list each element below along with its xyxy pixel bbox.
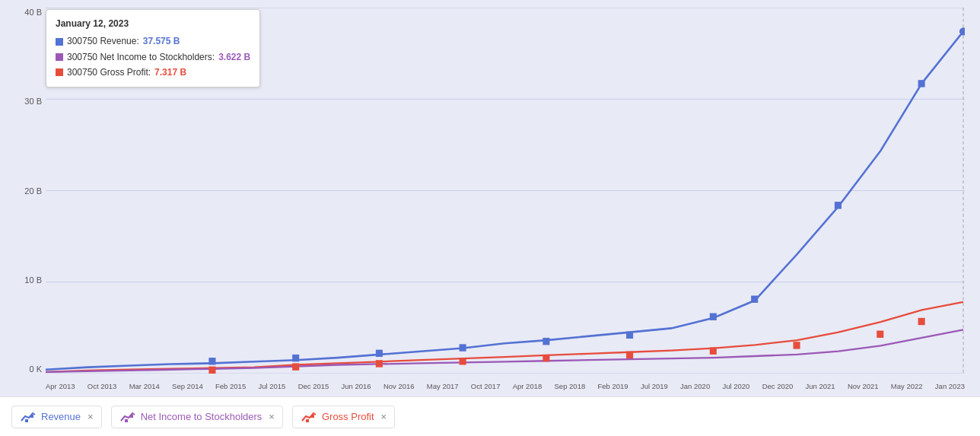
legend-item-revenue[interactable]: Revenue ×	[11, 406, 102, 428]
x-label-0: Apr 2013	[46, 382, 75, 390]
tooltip-revenue-icon	[56, 38, 63, 46]
legend-net-income-close[interactable]: ×	[269, 411, 275, 422]
svg-rect-11	[130, 415, 133, 418]
x-label-19: Nov 2021	[848, 382, 879, 390]
tooltip-gross-profit-value: 7.317 B	[154, 65, 186, 80]
dp-gp-2	[292, 363, 299, 370]
dp-revenue-4	[460, 344, 466, 351]
x-label-13: Feb 2019	[597, 382, 628, 390]
svg-rect-12	[306, 419, 309, 422]
dp-revenue-1	[208, 358, 215, 364]
y-axis: 40 B 30 B 20 B 10 B 0 K	[4, 8, 42, 374]
legend-gross-profit-label: Gross Profit	[322, 411, 374, 422]
legend-net-income-icon	[119, 410, 136, 424]
dp-gp-6	[626, 352, 633, 358]
x-label-9: May 2017	[427, 382, 459, 390]
tooltip-net-income-value: 3.622 B	[218, 49, 250, 65]
dp-revenue-6	[626, 332, 633, 339]
svg-rect-13	[311, 415, 314, 418]
legend-item-gross-profit[interactable]: Gross Profit ×	[292, 406, 395, 428]
legend-bar: Revenue × Net Income to Stockholders ×	[0, 396, 980, 436]
x-label-11: Apr 2018	[513, 382, 542, 390]
x-label-17: Dec 2020	[762, 382, 794, 390]
dp-gp-4	[460, 358, 466, 364]
dp-revenue-2	[292, 355, 299, 361]
tooltip-revenue-row: 300750 Revenue: 37.575 B	[56, 33, 250, 49]
tooltip-revenue-value: 37.575 B	[143, 33, 180, 49]
dp-revenue-7	[710, 313, 717, 320]
legend-gross-profit-icon	[301, 410, 317, 424]
x-label-14: Jul 2019	[641, 382, 668, 390]
x-label-8: Nov 2016	[383, 382, 415, 390]
x-label-4: Feb 2015	[215, 382, 246, 390]
legend-revenue-label: Revenue	[41, 411, 81, 422]
dp-gp-5	[542, 355, 549, 361]
x-label-3: Sep 2014	[172, 382, 203, 390]
chart-container: 40 B 30 B 20 B 10 B 0 K	[0, 0, 980, 436]
x-label-20: May 2022	[891, 382, 923, 390]
y-label-20b: 20 B	[24, 186, 42, 196]
x-label-21: Jan 2023	[935, 382, 965, 390]
dp-revenue-8	[751, 296, 758, 303]
y-label-40b: 40 B	[24, 8, 42, 17]
tooltip-gross-profit-label: 300750 Gross Profit:	[67, 65, 151, 80]
x-label-15: Jan 2020	[680, 382, 710, 390]
y-label-0k: 0 K	[29, 364, 42, 374]
dp-revenue-9	[835, 202, 842, 208]
x-label-7: Jun 2016	[342, 382, 371, 390]
tooltip-gross-profit-row: 300750 Gross Profit: 7.317 B	[56, 65, 250, 80]
chart-area: 40 B 30 B 20 B 10 B 0 K	[0, 0, 980, 396]
tooltip-revenue-label: 300750 Revenue:	[67, 33, 139, 49]
net-income-line	[46, 329, 963, 371]
tooltip-date: January 12, 2023	[56, 16, 250, 31]
gross-profit-chart-icon	[301, 410, 317, 424]
svg-rect-8	[25, 419, 28, 422]
dp-gp-10	[918, 318, 925, 325]
legend-gross-profit-close[interactable]: ×	[381, 411, 387, 422]
svg-rect-9	[30, 415, 33, 418]
x-label-12: Sep 2018	[555, 382, 586, 390]
x-label-10: Oct 2017	[471, 382, 501, 390]
tooltip: January 12, 2023 300750 Revenue: 37.575 …	[46, 9, 260, 88]
dp-gp-7	[710, 347, 717, 354]
svg-rect-10	[125, 419, 128, 422]
svg-rect-7	[56, 68, 63, 76]
tooltip-gross-profit-icon	[56, 68, 63, 76]
y-label-30b: 30 B	[24, 97, 42, 106]
legend-net-income-label: Net Income to Stockholders	[141, 411, 262, 422]
x-label-2: Mar 2014	[129, 382, 160, 390]
dp-gp-3	[376, 360, 383, 367]
tooltip-net-income-row: 300750 Net Income to Stockholders: 3.622…	[56, 49, 250, 65]
dp-revenue-3	[376, 350, 383, 357]
dp-gp-1	[208, 367, 215, 374]
x-label-18: Jun 2021	[806, 382, 835, 390]
dp-gp-9	[877, 331, 883, 338]
svg-rect-5	[56, 38, 63, 46]
legend-revenue-close[interactable]: ×	[88, 411, 94, 422]
tooltip-net-income-label: 300750 Net Income to Stockholders:	[67, 49, 215, 65]
x-axis: Apr 2013 Oct 2013 Mar 2014 Sep 2014 Feb …	[46, 375, 965, 396]
svg-rect-6	[56, 53, 63, 61]
legend-item-net-income[interactable]: Net Income to Stockholders ×	[111, 406, 283, 428]
dp-revenue-10	[918, 80, 925, 87]
x-label-16: Jul 2020	[722, 382, 749, 390]
x-label-5: Jul 2015	[258, 382, 285, 390]
dp-revenue-5	[542, 338, 549, 345]
y-label-10b: 10 B	[24, 275, 42, 285]
x-label-1: Oct 2013	[88, 382, 117, 390]
net-income-chart-icon	[119, 410, 136, 424]
dp-gp-8	[794, 342, 800, 348]
revenue-chart-icon	[20, 410, 37, 424]
x-label-6: Dec 2015	[298, 382, 329, 390]
tooltip-net-income-icon	[56, 53, 63, 61]
legend-revenue-icon	[20, 410, 37, 424]
